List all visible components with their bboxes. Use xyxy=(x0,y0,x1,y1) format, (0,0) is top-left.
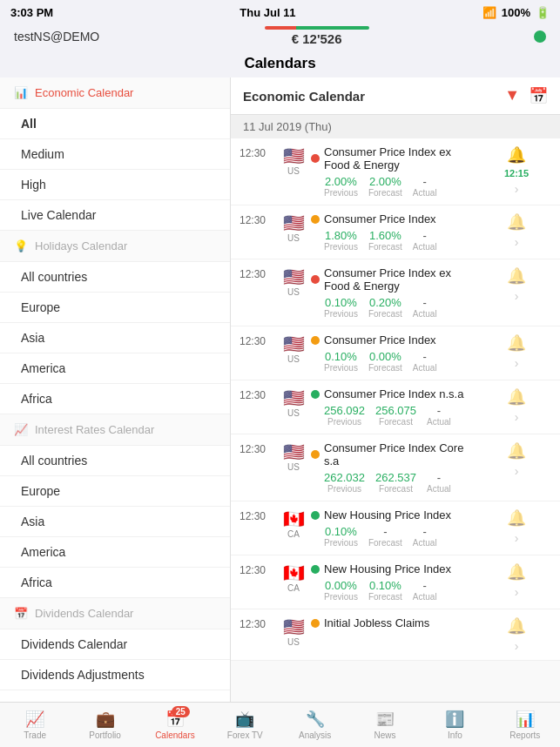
sidebar-holidays-label: Holidays Calendar xyxy=(35,239,127,252)
chevron-right-icon: › xyxy=(515,639,519,653)
event-previous: 262.032 Previous xyxy=(324,471,365,494)
calendar-date-icon[interactable]: 📅 xyxy=(529,86,548,105)
bell-icon[interactable]: 🔔 xyxy=(507,508,526,528)
bell-icon[interactable]: 🔔 xyxy=(507,562,526,582)
sidebar-section-interest[interactable]: 📈 Interest Rates Calendar xyxy=(0,414,230,446)
bell-icon[interactable]: 🔔 xyxy=(507,212,526,232)
event-flag: 🇺🇸 xyxy=(283,333,305,354)
event-row[interactable]: 12:30 🇨🇦 CA New Housing Price Index 0.00… xyxy=(231,555,560,609)
sidebar-item-interest-asia[interactable]: Asia xyxy=(0,507,230,537)
tab-trade[interactable]: 📈 Trade xyxy=(0,710,70,740)
sidebar-item-holidays-asia[interactable]: Asia xyxy=(0,323,230,353)
event-flag-col: 🇨🇦 CA xyxy=(278,562,309,593)
event-row[interactable]: 12:30 🇺🇸 US Consumer Price Index ex Food… xyxy=(231,138,560,205)
sidebar-item-holidays-africa[interactable]: Africa xyxy=(0,384,230,414)
tab-reports-label: Reports xyxy=(509,730,540,740)
event-priority-dot xyxy=(311,154,320,163)
chevron-right-icon: › xyxy=(515,356,519,370)
event-country: US xyxy=(287,166,300,176)
bell-icon[interactable]: 🔔 xyxy=(507,333,526,353)
tab-calendars[interactable]: 📅 25 Calendars xyxy=(140,710,210,740)
sidebar-item-interest-all[interactable]: All countries xyxy=(0,446,230,476)
event-priority-dot xyxy=(311,336,320,345)
event-actual: - Actual xyxy=(413,229,437,252)
sidebar-item-holidays-europe[interactable]: Europe xyxy=(0,293,230,323)
event-flag: 🇺🇸 xyxy=(283,387,305,408)
sidebar-item-holidays-america[interactable]: America xyxy=(0,353,230,384)
event-row[interactable]: 12:30 🇺🇸 US Consumer Price Index ex Food… xyxy=(231,259,560,326)
event-time: 12:30 xyxy=(240,145,276,159)
tab-portfolio[interactable]: 💼 Portfolio xyxy=(70,710,139,740)
event-flag-col: 🇺🇸 US xyxy=(278,441,309,472)
event-priority-dot xyxy=(311,565,320,574)
sidebar-section-holidays[interactable]: 💡 Holidays Calendar xyxy=(0,231,230,262)
tab-bar: 📈 Trade 💼 Portfolio 📅 25 Calendars 📺 For… xyxy=(0,702,560,747)
event-row[interactable]: 12:30 🇺🇸 US Initial Jobless Claims 🔔 › xyxy=(231,609,560,661)
bell-icon[interactable]: 🔔 xyxy=(507,266,526,286)
trade-icon: 📈 xyxy=(25,710,44,729)
event-previous: 1.80% Previous xyxy=(324,229,358,252)
holidays-icon: 💡 xyxy=(14,239,28,252)
event-country: US xyxy=(287,354,300,364)
sidebar-item-dividends-calendar[interactable]: Dividends Calendar xyxy=(0,629,230,660)
event-flag: 🇨🇦 xyxy=(283,562,305,583)
sidebar-item-interest-africa[interactable]: Africa xyxy=(0,568,230,598)
sidebar-item-high[interactable]: High xyxy=(0,170,230,200)
bell-icon[interactable]: 🔔 xyxy=(507,387,526,407)
tab-info[interactable]: ℹ️ Info xyxy=(420,710,489,740)
portfolio-icon: 💼 xyxy=(96,710,115,729)
chevron-right-icon: › xyxy=(515,585,519,599)
tab-analysis[interactable]: 🔧 Analysis xyxy=(280,710,350,740)
event-flag: 🇺🇸 xyxy=(283,616,305,637)
sidebar-item-medium[interactable]: Medium xyxy=(0,139,230,170)
event-forecast: 256.075 Forecast xyxy=(375,404,416,427)
sidebar-item-interest-america[interactable]: America xyxy=(0,537,230,568)
sidebar-section-dividends[interactable]: 📅 Dividends Calendar xyxy=(0,598,230,629)
event-row[interactable]: 12:30 🇺🇸 US Consumer Price Index Core s.… xyxy=(231,434,560,501)
tab-news[interactable]: 📰 News xyxy=(350,710,420,740)
bell-icon[interactable]: 🔔 xyxy=(507,616,526,636)
event-row[interactable]: 12:30 🇺🇸 US Consumer Price Index n.s.a 2… xyxy=(231,380,560,434)
tab-news-label: News xyxy=(374,730,396,740)
event-right: 🔔 › xyxy=(482,212,551,249)
event-flag: 🇨🇦 xyxy=(283,508,305,529)
bell-icon[interactable]: 🔔 xyxy=(507,441,526,461)
sidebar-item-live[interactable]: Live Calendar xyxy=(0,200,230,231)
sidebar-item-all[interactable]: All xyxy=(0,109,230,139)
event-center: New Housing Price Index 0.00% Previous 0… xyxy=(311,562,480,602)
tab-forex-tv[interactable]: 📺 Forex TV xyxy=(210,710,280,740)
event-previous: 2.00% Previous xyxy=(324,175,358,198)
event-row[interactable]: 12:30 🇺🇸 US Consumer Price Index 0.10% P… xyxy=(231,326,560,380)
event-name: Consumer Price Index Core s.a xyxy=(324,441,480,468)
event-row[interactable]: 12:30 🇺🇸 US Consumer Price Index 1.80% P… xyxy=(231,205,560,259)
event-forecast: 0.10% Forecast xyxy=(368,579,402,602)
sidebar-section-economic[interactable]: 📊 Economic Calendar xyxy=(0,77,230,109)
bell-icon[interactable]: 🔔 xyxy=(507,145,526,165)
event-country: US xyxy=(287,233,300,243)
event-center: Consumer Price Index n.s.a 256.092 Previ… xyxy=(311,387,480,427)
main-content: 📊 Economic Calendar All Medium High Live… xyxy=(0,77,560,702)
event-center: Initial Jobless Claims xyxy=(311,616,480,633)
event-right: 🔔 › xyxy=(482,508,551,545)
event-previous: 0.10% Previous xyxy=(324,350,358,373)
event-name: New Housing Price Index xyxy=(324,508,451,522)
tab-reports[interactable]: 📊 Reports xyxy=(490,710,560,740)
sidebar: 📊 Economic Calendar All Medium High Live… xyxy=(0,77,231,702)
tab-calendars-label: Calendars xyxy=(155,730,195,740)
event-actual: - Actual xyxy=(413,350,437,373)
event-row[interactable]: 12:30 🇨🇦 CA New Housing Price Index 0.10… xyxy=(231,501,560,555)
sidebar-item-interest-europe[interactable]: Europe xyxy=(0,476,230,507)
status-bar: 3:03 PM Thu Jul 11 📶 100% 🔋 xyxy=(0,0,560,24)
event-forecast: 0.00% Forecast xyxy=(368,350,402,373)
sidebar-item-holidays-all[interactable]: All countries xyxy=(0,262,230,293)
app-header: testNS@DEMO € 12'526 xyxy=(0,24,560,51)
event-time: 12:30 xyxy=(240,333,276,347)
event-name: New Housing Price Index xyxy=(324,562,451,575)
sidebar-item-dividends-adjustments[interactable]: Dividends Adjustments xyxy=(0,660,230,690)
wifi-icon: 📶 xyxy=(482,6,496,19)
event-time: 12:30 xyxy=(240,212,276,226)
event-time: 12:30 xyxy=(240,616,276,630)
filter-icon[interactable]: ▼ xyxy=(504,86,520,105)
balance-container: € 12'526 xyxy=(265,26,369,46)
event-time-badge: 12:15 xyxy=(504,168,529,178)
